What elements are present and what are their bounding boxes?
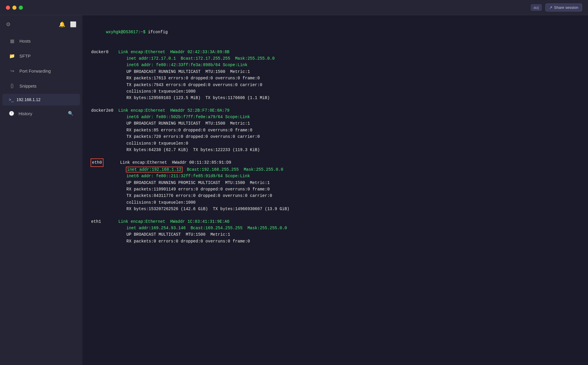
iface-eth0-line4: UP BROADCAST RUNNING PROMISC MULTICAST M… — [91, 180, 579, 186]
iface-eth1-name: eth1 — [91, 219, 118, 224]
iface-docker2e0-line7: RX bytes:64238 (62.7 KiB) TX bytes:12223… — [91, 147, 579, 153]
share-session-button[interactable]: ↗ Share session — [545, 4, 582, 11]
iface-block-eth0: eth0 Link encap:Ethernet HWaddr 00:11:32… — [91, 159, 579, 212]
iface-docker2e0-line2: inet6 addr: fe80::502b:f7ff:fe0e:a79/64 … — [91, 114, 579, 120]
iface-docker2e0-line6: collisions:0 txqueuelen:0 — [91, 140, 579, 147]
connected-session-label: 192.168.1.12 — [16, 97, 41, 102]
iface-docker0-line6: TX packets:7943 errors:0 dropped:0 overr… — [91, 82, 579, 88]
iface-eth1-line2: inet addr:169.254.93.146 Bcast:169.254.2… — [91, 225, 579, 231]
history-label: History — [19, 111, 32, 116]
iface-eth0-line2: inet addr:192.168.1.12 Bcast:192.168.255… — [91, 166, 579, 173]
iface-block-docker0: docker0 Link encap:Ethernet HWaddr 02:42… — [91, 49, 579, 101]
prompt-user-host: wxyhgk@DS3617:~$ — [106, 30, 148, 34]
iface-docker0-name: docker0 — [91, 50, 118, 54]
snippets-icon: {} — [9, 83, 15, 88]
sftp-icon: 📁 — [9, 53, 15, 59]
sidebar-item-connected-session[interactable]: >_ 192.168.1.12 — [2, 94, 80, 106]
iface-docker0-line8: RX bytes:129569103 (123.5 MiB) TX bytes:… — [91, 95, 579, 101]
traffic-lights — [6, 6, 23, 10]
iface-eth0-line7: collisions:0 txqueuelen:1000 — [91, 199, 579, 206]
port-forwarding-icon: ↪ — [9, 68, 15, 74]
history-search-icon[interactable]: 🔍 — [68, 111, 74, 116]
terminal-session-icon: >_ — [9, 97, 14, 102]
history-icon: 🕐 — [9, 111, 14, 116]
iface-eth0-line8: RX bytes:153207262526 (142.6 GiB) TX byt… — [91, 206, 579, 212]
titlebar: au| ↗ Share session — [0, 0, 588, 15]
sidebar-item-history[interactable]: 🕐 History 🔍 — [2, 107, 80, 120]
iface-docker2e0-line5: TX packets:720 errors:0 dropped:0 overru… — [91, 133, 579, 140]
iface-docker0-line2: inet addr:172.17.0.1 Bcast:172.17.255.25… — [91, 55, 579, 62]
minimize-button[interactable] — [12, 6, 16, 10]
notifications-icon[interactable]: 🔔 — [59, 21, 65, 28]
share-icon: ↗ — [549, 5, 552, 10]
iface-docker2e0-name: docker2e0 — [91, 108, 118, 113]
iface-docker0-line7: collisions:0 txqueuelen:1000 — [91, 88, 579, 95]
hosts-label: Hosts — [19, 38, 31, 43]
sidebar-item-port-forwarding[interactable]: ↪ Port Forwarding — [2, 64, 80, 78]
sidebar-item-snippets[interactable]: {} Snippets — [2, 79, 80, 93]
titlebar-right: au| ↗ Share session — [531, 4, 582, 11]
iface-block-docker2e0: docker2e0 Link encap:Ethernet HWaddr 52:… — [91, 107, 579, 153]
iface-eth1-line4: RX packets:0 errors:0 dropped:0 overruns… — [91, 238, 579, 245]
main-layout: ⚙ 🔔 ⬜ ▦ Hosts 📁 SFTP ↪ Port Forwarding {… — [0, 15, 588, 365]
iface-eth0-line5: RX packets:110901149 errors:0 dropped:0 … — [91, 186, 579, 192]
iface-eth1-line1: eth1 Link encap:Ethernet HWaddr 1C:83:41… — [91, 218, 579, 225]
sidebar-top-icons: ⚙ 🔔 ⬜ — [0, 18, 82, 34]
maximize-button[interactable] — [19, 6, 23, 10]
iface-eth0-name: eth0 — [91, 159, 103, 166]
iface-docker2e0-line1: docker2e0 Link encap:Ethernet HWaddr 52:… — [91, 107, 579, 114]
iface-eth0-line6: TX packets:84311776 errors:0 dropped:0 o… — [91, 192, 579, 199]
terminal-icon[interactable]: ⬜ — [70, 21, 76, 28]
hosts-icon: ▦ — [9, 38, 15, 44]
iface-docker2e0-line4: RX packets:85 errors:0 dropped:0 overrun… — [91, 127, 579, 133]
iface-docker2e0-line3: UP BROADCAST RUNNING MULTICAST MTU:1500 … — [91, 120, 579, 127]
iface-docker0-line3: inet6 addr: fe80::42:33ff:fe3a:898b/64 S… — [91, 62, 579, 68]
history-section-left: 🕐 History — [9, 111, 32, 116]
settings-icon[interactable]: ⚙ — [6, 21, 11, 28]
snippets-label: Snippets — [19, 83, 36, 88]
prompt-command: ifconfig — [148, 30, 168, 34]
sftp-label: SFTP — [19, 53, 31, 58]
close-button[interactable] — [6, 6, 10, 10]
iface-block-eth1: eth1 Link encap:Ethernet HWaddr 1C:83:41… — [91, 218, 579, 245]
sidebar-top-right-icons: 🔔 ⬜ — [59, 21, 76, 28]
sidebar-item-sftp[interactable]: 📁 SFTP — [2, 49, 80, 63]
terminal-area[interactable]: wxyhgk@DS3617:~$ ifconfig docker0 Link e… — [82, 15, 588, 365]
iface-docker0-line1: docker0 Link encap:Ethernet HWaddr 02:42… — [91, 49, 579, 55]
iface-docker0-line4: UP BROADCAST RUNNING MULTICAST MTU:1500 … — [91, 68, 579, 75]
iface-eth0-line3: inet6 addr: fe80::211:32ff:fe85:91d9/64 … — [91, 173, 579, 179]
prompt-line: wxyhgk@DS3617:~$ ifconfig — [91, 22, 579, 42]
share-session-label: Share session — [554, 5, 578, 10]
port-forwarding-label: Port Forwarding — [19, 68, 51, 73]
user-label: au| — [534, 5, 539, 10]
iface-eth1-line3: UP BROADCAST MULTICAST MTU:1500 Metric:1 — [91, 231, 579, 238]
sidebar-item-hosts[interactable]: ▦ Hosts — [2, 34, 80, 48]
user-badge: au| — [531, 4, 542, 11]
iface-eth0-line1: eth0 Link encap:Ethernet HWaddr 00:11:32… — [91, 159, 579, 166]
sidebar: ⚙ 🔔 ⬜ ▦ Hosts 📁 SFTP ↪ Port Forwarding {… — [0, 15, 82, 365]
iface-docker0-line5: RX packets:17613 errors:0 dropped:0 over… — [91, 75, 579, 81]
